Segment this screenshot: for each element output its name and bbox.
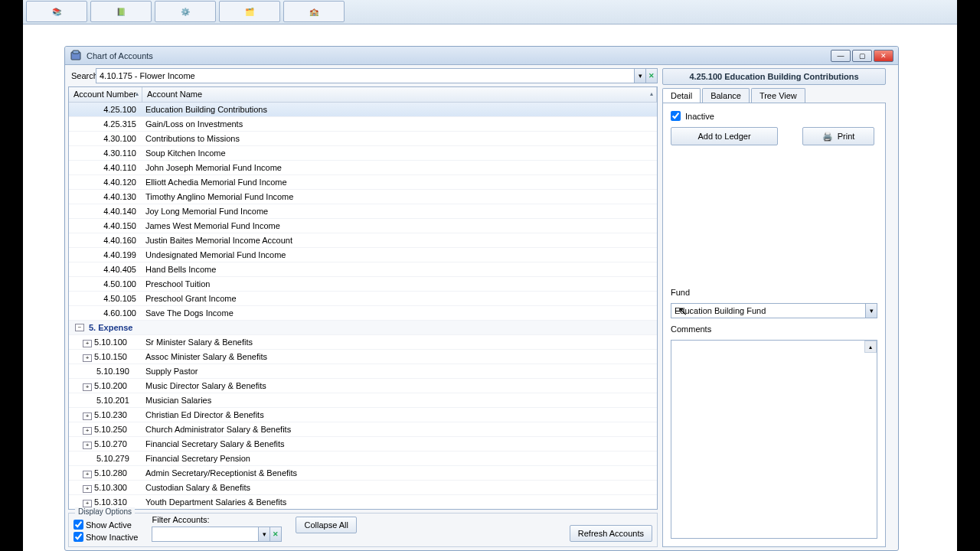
fund-label: Fund — [671, 288, 877, 297]
minimize-button[interactable]: — — [831, 50, 851, 62]
inactive-label: Inactive — [685, 112, 714, 121]
table-row[interactable]: 4.30.100Contributions to Missions — [69, 132, 657, 146]
table-row[interactable]: 4.40.160Justin Baites Memorial Income Ac… — [69, 233, 657, 248]
maximize-button[interactable]: ▢ — [852, 50, 872, 62]
search-label: Search — [68, 71, 96, 80]
display-options-legend: Display Options — [75, 507, 135, 516]
comments-label: Comments — [671, 324, 877, 334]
table-row[interactable]: 4.25.315Gain/Loss on Investments — [69, 117, 657, 132]
expand-icon[interactable]: + — [83, 500, 92, 507]
search-input[interactable] — [96, 68, 635, 83]
expand-icon[interactable]: + — [83, 471, 92, 478]
collapse-icon[interactable]: − — [75, 324, 84, 331]
toolbar-button[interactable]: 📗 — [90, 1, 152, 22]
table-row[interactable]: 4.60.100Save The Dogs Income — [69, 306, 657, 321]
toolbar-button[interactable]: 📚 — [26, 1, 87, 22]
table-row[interactable]: 4.50.100Preschool Tuition — [69, 277, 657, 292]
expand-icon[interactable]: + — [83, 485, 92, 493]
expand-icon[interactable]: + — [83, 412, 92, 420]
table-row[interactable]: + 5.10.230Christian Ed Director & Benefi… — [69, 408, 657, 422]
table-row[interactable]: 4.40.150James West Memorial Fund Income — [69, 219, 657, 233]
table-row[interactable]: 4.25.100Education Building Contributions — [69, 103, 657, 117]
print-button[interactable]: 🖨️ Print — [802, 127, 874, 145]
expand-icon[interactable]: + — [83, 442, 92, 449]
table-row[interactable]: + 5.10.300Custodian Salary & Benefits — [69, 481, 657, 495]
svg-rect-1 — [73, 51, 79, 54]
table-row[interactable]: 4.40.199Undesignated Memorial Fund Incom… — [69, 248, 657, 262]
table-row[interactable]: + 5.10.280Admin Secretary/Receptionist &… — [69, 466, 657, 481]
expand-icon[interactable]: + — [83, 383, 92, 391]
comments-textarea[interactable]: ▴ — [671, 340, 877, 539]
table-row[interactable]: + 5.10.270Financial Secretary Salary & B… — [69, 437, 657, 452]
group-row-expense[interactable]: −5. Expense — [69, 321, 657, 335]
table-row[interactable]: 5.10.190Supply Pastor — [69, 364, 657, 379]
expand-icon[interactable]: + — [83, 354, 92, 362]
show-active-label: Show Active — [86, 520, 132, 530]
printer-icon: 🖨️ — [822, 132, 833, 142]
column-account-name[interactable]: Account Name▴ — [142, 87, 657, 102]
tab-tree-view[interactable]: Tree View — [751, 88, 805, 103]
toolbar-button[interactable]: ⚙️ — [155, 1, 216, 22]
detail-tab-content: Inactive Add to Ledger 🖨️ Print Fund — [662, 103, 886, 547]
expand-icon[interactable]: + — [83, 340, 92, 347]
filter-accounts-input[interactable] — [152, 527, 259, 542]
fund-dropdown-icon[interactable]: ▾ — [865, 303, 877, 318]
table-row[interactable]: + 5.10.200Music Director Salary & Benefi… — [69, 379, 657, 393]
refresh-accounts-button[interactable]: Refresh Accounts — [570, 525, 652, 542]
window-titlebar[interactable]: Chart of Accounts — ▢ ✕ — [65, 47, 898, 65]
chart-of-accounts-window: Chart of Accounts — ▢ ✕ Search ▾ ✕ — [64, 46, 899, 551]
table-row[interactable]: 4.40.120Elliott Achedia Memorial Fund In… — [69, 175, 657, 190]
table-row[interactable]: 5.10.279Financial Secretary Pension — [69, 452, 657, 466]
show-inactive-label: Show Inactive — [86, 533, 138, 542]
display-options-group: Display Options Show Active Show Inactiv… — [68, 513, 658, 547]
inactive-checkbox[interactable] — [671, 111, 681, 121]
accounts-icon — [70, 50, 82, 62]
show-inactive-checkbox[interactable] — [74, 532, 83, 542]
table-row[interactable]: 4.40.110John Joseph Memorial Fund Income — [69, 161, 657, 175]
table-row[interactable]: 4.30.110Soup Kitchen Income — [69, 146, 657, 161]
column-account-number[interactable]: Account Number▴ — [69, 87, 142, 102]
show-active-checkbox[interactable] — [74, 520, 83, 530]
toolbar-button[interactable]: 🏫 — [283, 1, 345, 22]
accounts-grid: Account Number▴ Account Name▴ 4.25.100Ed… — [68, 86, 658, 510]
search-dropdown-icon[interactable]: ▾ — [634, 68, 646, 83]
add-to-ledger-button[interactable]: Add to Ledger — [671, 127, 778, 145]
table-row[interactable]: + 5.10.310Youth Department Salaries & Be… — [69, 495, 657, 509]
filter-dropdown-icon[interactable]: ▾ — [258, 527, 270, 542]
table-row[interactable]: + 5.10.150Assoc Minister Salary & Benefi… — [69, 350, 657, 364]
table-row[interactable]: 4.40.130Timothy Anglino Memorial Fund In… — [69, 190, 657, 204]
window-title: Chart of Accounts — [87, 51, 153, 60]
sort-asc-icon: ▴ — [650, 90, 653, 97]
sort-asc-icon: ▴ — [136, 90, 139, 97]
main-toolbar: 📚 📗 ⚙️ 🗂️ 🏫 — [23, 0, 957, 24]
table-row[interactable]: 4.40.405Hand Bells Income — [69, 262, 657, 277]
tab-balance[interactable]: Balance — [702, 88, 750, 103]
table-row[interactable]: 4.40.140Joy Long Memorial Fund Income — [69, 204, 657, 219]
table-row[interactable]: 4.50.105Preschool Grant Income — [69, 292, 657, 306]
tab-detail[interactable]: Detail — [662, 88, 701, 103]
filter-clear-icon[interactable]: ✕ — [270, 527, 282, 542]
table-row[interactable]: + 5.10.250Church Administrator Salary & … — [69, 422, 657, 437]
expand-icon[interactable]: + — [83, 427, 92, 435]
table-row[interactable]: + 5.10.100Sr Minister Salary & Benefits — [69, 335, 657, 350]
close-button[interactable]: ✕ — [874, 50, 893, 62]
search-clear-icon[interactable]: ✕ — [645, 68, 658, 83]
fund-combo[interactable] — [671, 303, 866, 318]
toolbar-button[interactable]: 🗂️ — [219, 1, 280, 22]
grid-body[interactable]: 4.25.100Education Building Contributions… — [69, 103, 657, 509]
scroll-up-icon[interactable]: ▴ — [864, 341, 877, 353]
filter-accounts-label: Filter Accounts: — [152, 515, 282, 524]
selected-account-title: 4.25.100 Education Building Contribution… — [662, 68, 886, 85]
collapse-all-button[interactable]: Collapse All — [296, 517, 356, 533]
table-row[interactable]: 5.10.201Musician Salaries — [69, 393, 657, 408]
